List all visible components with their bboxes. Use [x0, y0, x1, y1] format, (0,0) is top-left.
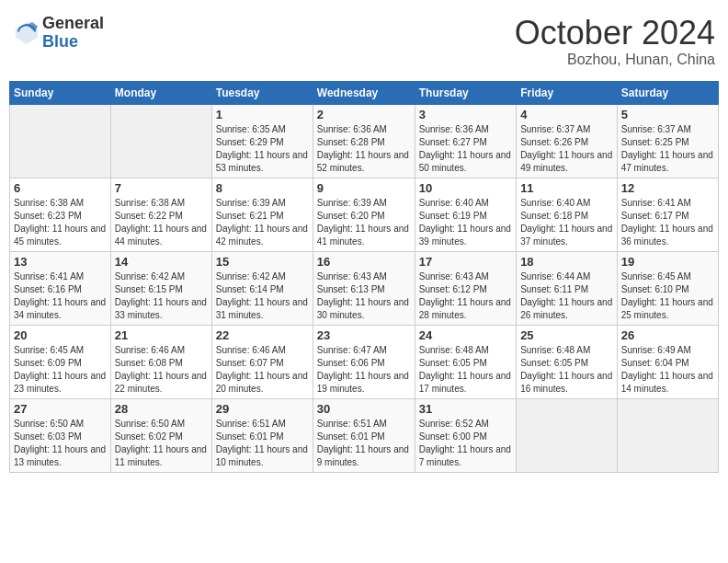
day-number: 7	[115, 181, 208, 195]
day-number: 12	[621, 181, 714, 195]
day-info: Sunrise: 6:37 AMSunset: 6:26 PMDaylight:…	[520, 123, 613, 175]
month-title: October 2024	[515, 15, 715, 52]
header-cell-monday: Monday	[110, 81, 211, 104]
day-cell	[617, 398, 718, 472]
header-row: SundayMondayTuesdayWednesdayThursdayFrid…	[10, 81, 719, 104]
day-cell: 14Sunrise: 6:42 AMSunset: 6:15 PMDayligh…	[110, 251, 211, 325]
day-info: Sunrise: 6:36 AMSunset: 6:27 PMDaylight:…	[419, 123, 512, 175]
day-number: 23	[317, 328, 411, 342]
logo-general-text: General	[42, 15, 104, 33]
day-number: 4	[520, 108, 613, 121]
day-cell: 30Sunrise: 6:51 AMSunset: 6:01 PMDayligh…	[313, 398, 415, 472]
day-info: Sunrise: 6:38 AMSunset: 6:22 PMDaylight:…	[115, 197, 208, 248]
day-info: Sunrise: 6:52 AMSunset: 6:00 PMDaylight:…	[419, 418, 512, 469]
logo-blue-text: Blue	[42, 33, 104, 52]
day-cell: 16Sunrise: 6:43 AMSunset: 6:13 PMDayligh…	[313, 251, 415, 325]
title-block: October 2024 Bozhou, Hunan, China	[515, 15, 715, 68]
day-info: Sunrise: 6:42 AMSunset: 6:14 PMDaylight:…	[216, 270, 309, 322]
day-cell: 4Sunrise: 6:37 AMSunset: 6:26 PMDaylight…	[517, 104, 618, 178]
day-cell: 18Sunrise: 6:44 AMSunset: 6:11 PMDayligh…	[517, 251, 618, 325]
day-info: Sunrise: 6:40 AMSunset: 6:19 PMDaylight:…	[419, 197, 512, 248]
header-cell-thursday: Thursday	[415, 81, 516, 104]
day-info: Sunrise: 6:39 AMSunset: 6:21 PMDaylight:…	[216, 197, 309, 248]
header-cell-wednesday: Wednesday	[313, 81, 415, 104]
day-info: Sunrise: 6:35 AMSunset: 6:29 PMDaylight:…	[216, 123, 309, 175]
day-number: 24	[419, 328, 512, 342]
day-info: Sunrise: 6:48 AMSunset: 6:05 PMDaylight:…	[419, 344, 512, 396]
day-number: 8	[216, 181, 309, 195]
day-number: 20	[14, 328, 107, 342]
day-info: Sunrise: 6:43 AMSunset: 6:13 PMDaylight:…	[317, 270, 411, 322]
day-number: 22	[216, 328, 309, 342]
day-number: 3	[419, 108, 512, 121]
day-cell: 11Sunrise: 6:40 AMSunset: 6:18 PMDayligh…	[517, 178, 618, 251]
day-info: Sunrise: 6:46 AMSunset: 6:08 PMDaylight:…	[115, 344, 208, 396]
day-info: Sunrise: 6:50 AMSunset: 6:03 PMDaylight:…	[14, 418, 107, 469]
day-cell	[517, 398, 618, 472]
logo: General Blue	[13, 15, 104, 52]
day-cell: 15Sunrise: 6:42 AMSunset: 6:14 PMDayligh…	[211, 251, 313, 325]
day-info: Sunrise: 6:42 AMSunset: 6:15 PMDaylight:…	[115, 270, 208, 322]
day-cell: 25Sunrise: 6:48 AMSunset: 6:05 PMDayligh…	[517, 325, 618, 398]
day-number: 30	[317, 402, 411, 416]
day-info: Sunrise: 6:50 AMSunset: 6:02 PMDaylight:…	[115, 418, 208, 469]
day-cell: 24Sunrise: 6:48 AMSunset: 6:05 PMDayligh…	[415, 325, 516, 398]
day-cell: 2Sunrise: 6:36 AMSunset: 6:28 PMDaylight…	[313, 104, 415, 178]
day-cell: 3Sunrise: 6:36 AMSunset: 6:27 PMDaylight…	[415, 104, 516, 178]
day-number: 17	[419, 255, 512, 269]
day-info: Sunrise: 6:39 AMSunset: 6:20 PMDaylight:…	[317, 197, 411, 248]
day-info: Sunrise: 6:47 AMSunset: 6:06 PMDaylight:…	[317, 344, 411, 396]
day-cell: 8Sunrise: 6:39 AMSunset: 6:21 PMDaylight…	[211, 178, 313, 251]
day-info: Sunrise: 6:49 AMSunset: 6:04 PMDaylight:…	[621, 344, 714, 396]
day-cell: 5Sunrise: 6:37 AMSunset: 6:25 PMDaylight…	[617, 104, 718, 178]
day-number: 6	[14, 181, 107, 195]
calendar-table: SundayMondayTuesdayWednesdayThursdayFrid…	[9, 81, 719, 473]
day-cell: 19Sunrise: 6:45 AMSunset: 6:10 PMDayligh…	[617, 251, 718, 325]
header-cell-sunday: Sunday	[10, 81, 111, 104]
day-info: Sunrise: 6:36 AMSunset: 6:28 PMDaylight:…	[317, 123, 411, 175]
day-cell: 29Sunrise: 6:51 AMSunset: 6:01 PMDayligh…	[211, 398, 313, 472]
day-number: 18	[520, 255, 613, 269]
day-info: Sunrise: 6:40 AMSunset: 6:18 PMDaylight:…	[520, 197, 613, 248]
day-number: 19	[621, 255, 714, 269]
day-cell: 27Sunrise: 6:50 AMSunset: 6:03 PMDayligh…	[10, 398, 111, 472]
day-cell: 28Sunrise: 6:50 AMSunset: 6:02 PMDayligh…	[110, 398, 211, 472]
week-row-1: 6Sunrise: 6:38 AMSunset: 6:23 PMDaylight…	[10, 178, 719, 251]
day-cell: 1Sunrise: 6:35 AMSunset: 6:29 PMDaylight…	[211, 104, 313, 178]
day-number: 31	[419, 402, 512, 416]
page-header: General Blue October 2024 Bozhou, Hunan,…	[9, 9, 719, 74]
week-row-3: 20Sunrise: 6:45 AMSunset: 6:09 PMDayligh…	[10, 325, 719, 398]
day-info: Sunrise: 6:41 AMSunset: 6:17 PMDaylight:…	[621, 197, 714, 248]
day-cell: 21Sunrise: 6:46 AMSunset: 6:08 PMDayligh…	[110, 325, 211, 398]
day-number: 1	[216, 108, 309, 121]
day-number: 5	[621, 108, 714, 121]
day-info: Sunrise: 6:46 AMSunset: 6:07 PMDaylight:…	[216, 344, 309, 396]
day-cell: 26Sunrise: 6:49 AMSunset: 6:04 PMDayligh…	[617, 325, 718, 398]
day-cell	[10, 104, 111, 178]
day-cell: 13Sunrise: 6:41 AMSunset: 6:16 PMDayligh…	[10, 251, 111, 325]
day-info: Sunrise: 6:45 AMSunset: 6:09 PMDaylight:…	[14, 344, 107, 396]
day-cell	[110, 104, 211, 178]
day-cell: 22Sunrise: 6:46 AMSunset: 6:07 PMDayligh…	[211, 325, 313, 398]
day-cell: 20Sunrise: 6:45 AMSunset: 6:09 PMDayligh…	[10, 325, 111, 398]
day-number: 16	[317, 255, 411, 269]
day-number: 29	[216, 402, 309, 416]
calendar-header: SundayMondayTuesdayWednesdayThursdayFrid…	[10, 81, 719, 104]
day-number: 10	[419, 181, 512, 195]
day-cell: 31Sunrise: 6:52 AMSunset: 6:00 PMDayligh…	[415, 398, 516, 472]
day-cell: 9Sunrise: 6:39 AMSunset: 6:20 PMDaylight…	[313, 178, 415, 251]
day-cell: 7Sunrise: 6:38 AMSunset: 6:22 PMDaylight…	[110, 178, 211, 251]
day-number: 14	[115, 255, 208, 269]
week-row-4: 27Sunrise: 6:50 AMSunset: 6:03 PMDayligh…	[10, 398, 719, 472]
day-number: 13	[14, 255, 107, 269]
day-info: Sunrise: 6:38 AMSunset: 6:23 PMDaylight:…	[14, 197, 107, 248]
week-row-0: 1Sunrise: 6:35 AMSunset: 6:29 PMDaylight…	[10, 104, 719, 178]
day-info: Sunrise: 6:41 AMSunset: 6:16 PMDaylight:…	[14, 270, 107, 322]
day-info: Sunrise: 6:51 AMSunset: 6:01 PMDaylight:…	[216, 418, 309, 469]
calendar-body: 1Sunrise: 6:35 AMSunset: 6:29 PMDaylight…	[10, 104, 719, 472]
day-number: 9	[317, 181, 411, 195]
day-number: 21	[115, 328, 208, 342]
header-cell-saturday: Saturday	[617, 81, 718, 104]
day-number: 26	[621, 328, 714, 342]
day-info: Sunrise: 6:43 AMSunset: 6:12 PMDaylight:…	[419, 270, 512, 322]
